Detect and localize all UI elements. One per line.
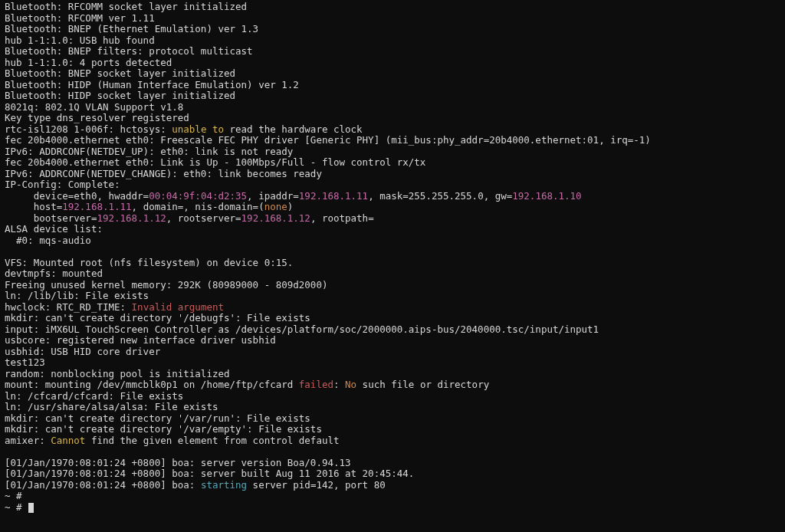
terminal-line: [01/Jan/1970:08:01:24 +0800] boa: server… [5,468,782,480]
terminal-line: device=eth0, hwaddr=00:04:9f:04:d2:35, i… [5,191,782,202]
terminal-line: ln: /lib/lib: File exists [5,291,782,302]
text-segment: Invalid argument [132,301,224,313]
text-segment: host= [5,201,62,212]
text-segment: [01/Jan/1970:08:01:24 +0800] boa: server… [5,468,414,479]
text-segment: [01/Jan/1970:08:01:24 +0800] boa: server… [5,457,351,468]
text-segment: fec 20b4000.ethernet eth0: Link is Up - … [5,156,425,168]
terminal-line: #0: mqs-audio [5,235,782,247]
text-segment: Bluetooth: BNEP (Ethernet Emulation) ver… [5,23,258,34]
text-segment: : [333,379,345,390]
text-segment: ln: /lib/lib: File exists [5,290,149,301]
text-segment: 192.168.1.12 [241,212,310,224]
text-segment: test123 [5,356,45,368]
text-segment: Cannot [51,435,85,446]
text-segment: ) [287,201,294,212]
text-segment: server pid=142, port 80 [247,479,386,491]
text-segment: , mask=255.255.255.0, gw= [368,190,512,202]
terminal-line: IPv6: ADDRCONF(NETDEV_UP): eth0: link is… [5,146,782,158]
text-segment: Bluetooth: HIDP socket layer initialized [5,90,235,101]
text-segment: hwclock: RTC_RD_TIME: [5,301,132,313]
terminal-line: Freeing unused kernel memory: 292K (8098… [5,280,782,291]
terminal-line: [01/Jan/1970:08:01:24 +0800] boa: starti… [5,480,782,491]
text-segment: [01/Jan/1970:08:01:24 +0800] boa: [5,479,201,491]
text-segment: hub 1-1:1.0: USB hub found [5,34,155,46]
text-segment: Bluetooth: HIDP (Human Interface Emulati… [5,79,299,90]
text-segment: Freeing unused kernel memory: 292K (8098… [5,279,327,291]
terminal-line: ln: /cfcard/cfcard: File exists [5,391,782,402]
text-segment: 192.168.1.12 [97,212,166,224]
text-segment: Bluetooth: BNEP socket layer initialized [5,67,235,79]
terminal-line: mkdir: can't create directory '/var/empt… [5,424,782,435]
terminal-line: mkdir: can't create directory '/debugfs'… [5,313,782,324]
text-segment: bootserver= [5,212,97,224]
text-segment: fec 20b4000.ethernet eth0: Freescale FEC… [5,134,651,146]
text-segment: none [264,201,287,212]
text-segment: Bluetooth: RFCOMM ver 1.11 [5,12,155,24]
terminal-line: hub 1-1:1.0: 4 ports detected [5,57,782,69]
text-segment: find the given element from control defa… [85,435,339,446]
text-segment: ~ # [5,490,28,501]
text-segment: IP-Config: Complete: [5,179,120,190]
terminal-line: IPv6: ADDRCONF(NETDEV_CHANGE): eth0: lin… [5,169,782,180]
text-segment: such file or directory [356,379,489,390]
terminal-line: usbcore: registered new interface driver… [5,335,782,346]
text-segment: devtmpfs: mounted [5,268,103,279]
cursor [28,503,34,513]
text-segment: starting [201,479,247,491]
text-segment: amixer: [5,435,51,446]
text-segment: read the hardware clock [224,123,363,135]
terminal-output[interactable]: Bluetooth: RFCOMM socket layer initializ… [0,0,785,513]
text-segment: usbhid: USB HID core driver [5,346,160,357]
terminal-line: random: nonblocking pool is initialized [5,369,782,380]
terminal-line: rtc-isl1208 1-006f: hctosys: unable to r… [5,124,782,136]
terminal-line: hwclock: RTC_RD_TIME: Invalid argument [5,302,782,314]
text-segment: mkdir: can't create directory '/debugfs'… [5,312,310,323]
terminal-line: Bluetooth: HIDP socket layer initialized [5,90,782,102]
text-segment: random: nonblocking pool is initialized [5,368,230,379]
text-segment: ln: /usr/share/alsa/alsa: File exists [5,401,218,412]
terminal-line: Bluetooth: BNEP (Ethernet Emulation) ver… [5,24,782,35]
text-segment: , rootserver= [166,212,241,224]
text-segment: usbcore: registered new interface driver… [5,334,276,346]
terminal-line: Bluetooth: BNEP socket layer initialized [5,68,782,80]
text-segment: Key type dns_resolver registered [5,112,189,123]
terminal-line: Bluetooth: RFCOMM socket layer initializ… [5,2,782,13]
text-segment: input: iMX6UL TouchScreen Controller as … [5,323,599,335]
text-segment: , domain=, nis-domain=( [132,201,264,212]
terminal-line: Bluetooth: RFCOMM ver 1.11 [5,13,782,25]
terminal-line: VFS: Mounted root (nfs filesystem) on de… [5,258,782,269]
text-segment: , ipaddr= [247,190,299,202]
text-segment: 8021q: 802.1Q VLAN Support v1.8 [5,101,183,113]
terminal-line: mkdir: can't create directory '/var/run'… [5,413,782,425]
text-segment: hub 1-1:1.0: 4 ports detected [5,57,172,68]
text-segment: ln: /cfcard/cfcard: File exists [5,390,183,402]
text-segment: rtc-isl1208 1-006f: hctosys: [5,123,172,135]
text-segment: mkdir: can't create directory '/var/run'… [5,412,310,424]
text-segment: unable to [172,123,224,135]
text-segment: Bluetooth: RFCOMM socket layer initializ… [5,1,247,12]
text-segment: VFS: Mounted root (nfs filesystem) on de… [5,257,293,268]
terminal-line [5,246,782,258]
text-segment: device=eth0, hwaddr= [5,190,149,202]
terminal-line: Key type dns_resolver registered [5,113,782,124]
terminal-line: IP-Config: Complete: [5,179,782,191]
terminal-line: [01/Jan/1970:08:01:24 +0800] boa: server… [5,458,782,469]
terminal-line: hub 1-1:1.0: USB hub found [5,35,782,47]
terminal-line: ALSA device list: [5,224,782,235]
terminal-line: test123 [5,357,782,369]
text-segment: IPv6: ADDRCONF(NETDEV_UP): eth0: link is… [5,146,293,157]
text-segment: IPv6: ADDRCONF(NETDEV_CHANGE): eth0: lin… [5,168,322,179]
terminal-line: ~ # [5,502,782,514]
terminal-line: fec 20b4000.ethernet eth0: Link is Up - … [5,157,782,169]
terminal-line: amixer: Cannot find the given element fr… [5,435,782,447]
terminal-line [5,446,782,458]
terminal-line: Bluetooth: BNEP filters: protocol multic… [5,46,782,57]
text-segment: 00:04:9f:04:d2:35 [149,190,247,202]
terminal-line: usbhid: USB HID core driver [5,346,782,358]
terminal-line: bootserver=192.168.1.12, rootserver=192.… [5,213,782,225]
text-segment: mount: mounting /dev/mmcblk0p1 on /home/… [5,379,299,390]
text-segment: mkdir: can't create directory '/var/empt… [5,423,322,435]
terminal-line: 8021q: 802.1Q VLAN Support v1.8 [5,102,782,113]
terminal-line: host=192.168.1.11, domain=, nis-domain=(… [5,202,782,213]
text-segment: #0: mqs-audio [5,235,91,246]
